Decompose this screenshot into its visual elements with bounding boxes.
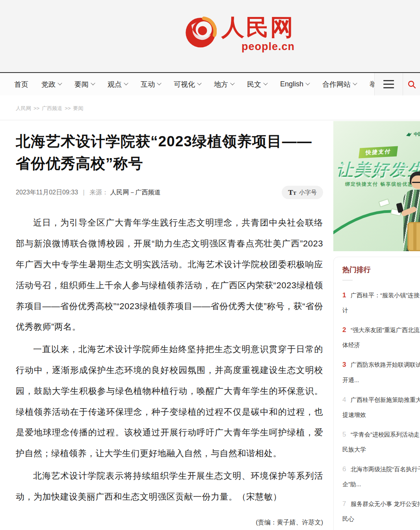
page-title: 北海艺术设计学院获“2023绿植领养项目——省份优秀高校”称号 xyxy=(16,131,323,175)
hot-ranking-item-1[interactable]: 1广西桂平：“服装小镇”连接计 xyxy=(342,290,420,315)
font-size-button-label: 小字号 xyxy=(299,189,317,196)
ad-suitcase-decoration xyxy=(407,222,420,251)
hot-item-text: 北海市两级法院“百名执行干 xyxy=(351,466,420,472)
ad-badge: 快捷支付 xyxy=(359,146,398,159)
nav-item-label: English xyxy=(280,80,303,88)
hot-item-text: 服务群众无小事 龙圩公安排忧 xyxy=(351,500,420,507)
hot-rank-number: 3 xyxy=(342,359,348,370)
search-button[interactable] xyxy=(403,73,420,95)
chevron-down-icon xyxy=(197,80,201,85)
nav-item-label: 互动 xyxy=(141,80,155,89)
breadcrumb-link[interactable]: 广西频道 xyxy=(42,105,62,111)
article-paragraph-3: 北海艺术设计学院表示将持续组织学生开展生态文明、环境保护等系列活动，为加快建设美… xyxy=(16,466,323,508)
ad-bank-brand: 中国 xyxy=(406,131,420,137)
nav-item-label: 民文 xyxy=(247,80,261,89)
chevron-down-icon xyxy=(230,80,234,85)
hot-rank-number: 5 xyxy=(342,429,348,440)
hot-item-text: 广西防东铁路开始联调联试 预 xyxy=(351,361,420,368)
nav-item-label: 可视化 xyxy=(174,80,195,89)
hot-item-text-wrap: 计 xyxy=(342,306,420,315)
nav-item-label: 首页 xyxy=(14,80,28,89)
chevron-down-icon xyxy=(58,80,62,85)
article-meta-row: 2023年11月02日09:33 | 来源： 人民网－广西频道 TT 小字号 xyxy=(16,186,323,199)
hot-rank-number: 6 xyxy=(342,464,348,474)
nav-item-1[interactable]: 首页 xyxy=(14,80,28,89)
nav-right-controls xyxy=(374,73,420,95)
nav-item-2[interactable]: 党政 xyxy=(41,80,61,89)
nav-item-label: 党政 xyxy=(41,80,56,89)
nav-item-3[interactable]: 要闻 xyxy=(74,80,95,89)
hot-item-text-wrap: 开通... xyxy=(342,375,420,385)
nav-item-4[interactable]: 观点 xyxy=(108,80,128,89)
breadcrumb-separator: >> xyxy=(65,105,71,111)
hot-rank-number: 7 xyxy=(342,498,348,509)
nav-item-7[interactable]: 地方 xyxy=(214,80,234,89)
publish-date: 2023年11月02日09:33 xyxy=(16,189,78,196)
site-header: 人民网 people.cn xyxy=(0,0,420,72)
article-meta: 2023年11月02日09:33 | 来源： 人民网－广西频道 xyxy=(16,188,161,197)
breadcrumb-link[interactable]: 人民网 xyxy=(16,105,31,111)
hot-item-text-wrap: 体经济 xyxy=(342,340,420,350)
nav-item-8[interactable]: 民文 xyxy=(247,80,267,89)
breadcrumb-link[interactable]: 要闻 xyxy=(73,105,83,111)
hot-item-text: 广西桂平创新施策助推重大项 xyxy=(351,396,420,403)
meta-separator: | xyxy=(83,189,85,196)
chevron-down-icon xyxy=(263,80,268,85)
chevron-down-icon xyxy=(124,80,128,85)
hot-item-text-wrap: 提速增效 xyxy=(342,410,420,420)
chevron-down-icon xyxy=(353,80,357,85)
logo-chinese-text: 人民网 xyxy=(221,15,295,40)
hot-rank-number: 2 xyxy=(342,325,348,335)
hamburger-menu-button[interactable] xyxy=(375,73,403,95)
source-label: 来源： xyxy=(89,189,108,196)
hamburger-icon xyxy=(383,80,394,81)
article-paragraph-1: 近日，为引导全区广大青年学生践行生态文明理念，共青团中央社会联络部与新浪微博联合… xyxy=(16,213,323,338)
article-body: 近日，为引导全区广大青年学生践行生态文明理念，共青团中央社会联络部与新浪微博联合… xyxy=(16,213,327,507)
hot-item-text-wrap: 民族大学 xyxy=(342,445,420,454)
hot-item-text-wrap: 民心 xyxy=(342,514,420,524)
hot-ranking-item-4[interactable]: 4广西桂平创新施策助推重大项提速增效 xyxy=(342,394,420,420)
people-cn-swirl-icon xyxy=(184,15,217,49)
nav-item-label: 合作网站 xyxy=(322,80,351,89)
article-column: 北海艺术设计学院获“2023绿植领养项目——省份优秀高校”称号 2023年11月… xyxy=(16,120,327,530)
main-nav-list: 首页党政要闻观点互动可视化地方民文English合作网站举报专区 xyxy=(0,80,411,89)
font-size-button[interactable]: TT 小字号 xyxy=(282,186,323,199)
nav-item-10[interactable]: 合作网站 xyxy=(322,80,357,89)
nav-item-6[interactable]: 可视化 xyxy=(174,80,201,89)
hot-item-text: 广西桂平：“服装小镇”连接 xyxy=(351,292,420,299)
hamburger-icon xyxy=(383,87,394,88)
hot-ranking-list: 1广西桂平：“服装小镇”连接计2“强大亲友团”重返广西北流体经济3广西防东铁路开… xyxy=(342,290,420,530)
breadcrumb: 人民网>>广西频道>>要闻 xyxy=(0,95,420,120)
hot-ranking-item-5[interactable]: 5“学青会”进校园系列活动走民族大学 xyxy=(342,429,420,454)
hamburger-icon xyxy=(383,84,394,85)
hot-rank-number: 1 xyxy=(342,290,348,300)
hot-ranking-item-6[interactable]: 6北海市两级法院“百名执行干企”助... xyxy=(342,464,420,489)
hot-ranking-item-2[interactable]: 2“强大亲友团”重返广西北流体经济 xyxy=(342,325,420,350)
search-icon xyxy=(407,80,416,89)
chevron-down-icon xyxy=(157,80,161,85)
bank-logo-text: 中国 xyxy=(414,131,420,137)
hot-ranking-divider xyxy=(342,280,353,280)
bank-logo-icon xyxy=(406,132,412,137)
logo-domain-text: people.cn xyxy=(242,41,295,53)
person-glasses xyxy=(412,180,420,183)
ad-banner[interactable]: 中国 快捷支付 让美好发生 绑定快捷支付 畅享缤纷优惠 xyxy=(333,121,420,251)
nav-item-9[interactable]: English xyxy=(280,80,309,88)
hot-ranking-item-7[interactable]: 7服务群众无小事 龙圩公安排忧民心 xyxy=(342,498,420,524)
hot-item-text: “强大亲友团”重返广西北流 xyxy=(351,327,420,333)
editor-note: (责编：黄子婧、许荩文) xyxy=(16,519,323,527)
people-cn-logo[interactable]: 人民网 people.cn xyxy=(184,15,295,52)
breadcrumb-separator: >> xyxy=(33,105,39,111)
nav-item-label: 观点 xyxy=(108,80,122,89)
hot-ranking-title: 热门排行 xyxy=(342,265,420,274)
hot-ranking-item-3[interactable]: 3广西防东铁路开始联调联试 预开通... xyxy=(342,359,420,384)
sidebar: 中国 快捷支付 让美好发生 绑定快捷支付 畅享缤纷优惠 热门排行 xyxy=(333,120,420,530)
chevron-down-icon xyxy=(91,80,95,85)
hot-item-text: “学青会”进校园系列活动走 xyxy=(351,431,420,438)
main-nav: 首页党政要闻观点互动可视化地方民文English合作网站举报专区 xyxy=(0,72,420,95)
nav-item-label: 地方 xyxy=(214,80,228,89)
font-size-icon: TT xyxy=(288,188,296,196)
source-link[interactable]: 人民网－广西频道 xyxy=(110,189,161,196)
article-paragraph-2: 一直以来，北海艺术设计学院师生始终坚持把生态文明意识贯穿于日常的行动中，逐渐形成… xyxy=(16,339,323,464)
nav-item-5[interactable]: 互动 xyxy=(141,80,161,89)
